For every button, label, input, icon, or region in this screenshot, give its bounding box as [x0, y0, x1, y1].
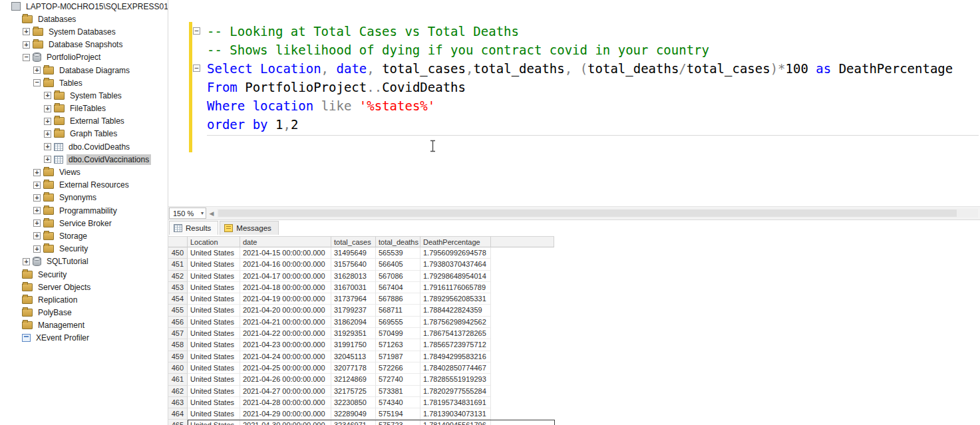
grid-cell[interactable]: 31862094	[331, 317, 376, 328]
row-number[interactable]: 456	[168, 317, 188, 328]
table-row[interactable]: 460United States2021-04-25 00:00:00.0003…	[168, 362, 980, 374]
grid-cell[interactable]: 1.79380370437464	[420, 259, 491, 270]
grid-cell[interactable]: 2021-04-22 00:00:00.000	[240, 328, 331, 339]
table-row[interactable]: 462United States2021-04-27 00:00:00.0003…	[168, 386, 980, 397]
tree-item-filetables[interactable]: +FileTables	[0, 102, 168, 115]
code-line-2[interactable]: -- Shows likelihood of dying if you cont…	[168, 41, 980, 59]
grid-cell[interactable]: 571987	[376, 351, 420, 362]
grid-cell[interactable]: 2021-04-28 00:00:00.000	[240, 397, 331, 408]
expand-icon[interactable]: +	[44, 143, 51, 150]
grid-cell[interactable]: 568711	[376, 305, 420, 316]
tree-item-graph-tables[interactable]: +Graph Tables	[0, 128, 168, 140]
tree-item-portfolioproject[interactable]: −PortfolioProject	[0, 51, 168, 64]
expand-icon[interactable]: +	[33, 194, 41, 202]
row-number[interactable]: 450	[168, 247, 188, 259]
grid-cell[interactable]: 2021-04-29 00:00:00.000	[240, 408, 331, 420]
grid-cell[interactable]: 1.78139034073131	[420, 408, 491, 420]
table-row[interactable]: 455United States2021-04-20 00:00:00.0003…	[168, 305, 980, 316]
grid-cell[interactable]: 1.7884422824359	[420, 305, 491, 316]
table-row[interactable]: 465United States2021-04-30 00:00:00.0003…	[168, 420, 980, 425]
grid-cell[interactable]: 572266	[376, 362, 420, 374]
row-number[interactable]: 465	[168, 420, 188, 425]
tree-item-databases[interactable]: Databases	[0, 13, 168, 25]
collapse-region-icon[interactable]: −	[193, 27, 200, 35]
tree-item-polybase[interactable]: PolyBase	[0, 307, 168, 319]
collapse-region-icon[interactable]: −	[193, 65, 200, 72]
grid-cell[interactable]: United States	[188, 397, 240, 408]
tree-item-database-snapshots[interactable]: +Database Snapshots	[0, 39, 168, 51]
expand-icon[interactable]: +	[44, 105, 51, 112]
table-row[interactable]: 456United States2021-04-21 00:00:00.0003…	[168, 317, 980, 328]
grid-cell[interactable]: 32124869	[331, 374, 376, 385]
row-number[interactable]: 463	[168, 397, 188, 408]
grid-cell[interactable]: 31799237	[331, 305, 376, 316]
row-number[interactable]: 464	[168, 408, 188, 420]
expand-icon[interactable]: +	[23, 41, 30, 49]
grid-cell[interactable]: 2021-04-30 00:00:00.000	[240, 420, 331, 425]
grid-cell[interactable]: 2021-04-24 00:00:00.000	[240, 351, 331, 362]
tree-item-service-broker[interactable]: +Service Broker	[0, 217, 168, 229]
code-line-3[interactable]: −Select Location, date, total_cases,tota…	[168, 59, 980, 78]
collapse-icon[interactable]: −	[23, 54, 30, 61]
grid-cell[interactable]: 32045113	[331, 351, 376, 362]
grid-cell[interactable]: 31929351	[331, 328, 376, 339]
grid-cell[interactable]: United States	[188, 328, 240, 339]
expand-icon[interactable]: +	[44, 130, 51, 138]
grid-cell[interactable]: 1.78756298942562	[420, 317, 491, 328]
grid-cell[interactable]: 569555	[376, 317, 420, 328]
tree-item-sqltutorial[interactable]: +SQLTutorial	[0, 255, 168, 268]
grid-cell[interactable]: 2021-04-15 00:00:00.000	[240, 247, 331, 259]
code-line-6[interactable]: order by 1,2	[168, 115, 980, 134]
tree-item-replication[interactable]: Replication	[0, 293, 168, 306]
tab-messages[interactable]: Messages	[220, 221, 278, 235]
tree-item-storage[interactable]: +Storage	[0, 229, 168, 242]
code-line-5[interactable]: Where location like '%states%'	[168, 96, 980, 115]
expand-icon[interactable]: +	[33, 245, 41, 253]
grid-cell[interactable]: 31737964	[331, 293, 376, 305]
tree-item-management[interactable]: Management	[0, 319, 168, 332]
grid-cell[interactable]: 1.79298648954014	[420, 271, 491, 282]
tree-item-database-diagrams[interactable]: +Database Diagrams	[0, 64, 168, 76]
expand-icon[interactable]: +	[44, 118, 51, 125]
table-row[interactable]: 463United States2021-04-28 00:00:00.0003…	[168, 397, 980, 408]
grid-cell[interactable]: 565539	[376, 247, 420, 259]
tree-item-laptop-m0chro15-sqlexpress01-sql[interactable]: LAPTOP-M0CHRO15\SQLEXPRESS01 (SQL	[0, 0, 168, 13]
row-number[interactable]: 455	[168, 305, 188, 316]
code-line-1[interactable]: −-- Looking at Total Cases vs Total Deat…	[168, 22, 980, 41]
tree-item-security[interactable]: +Security	[0, 243, 168, 255]
tree-item-system-databases[interactable]: +System Databases	[0, 25, 168, 38]
tab-results[interactable]: Results	[169, 221, 218, 235]
grid-cell[interactable]: 2021-04-21 00:00:00.000	[240, 317, 331, 328]
row-number[interactable]: 461	[168, 374, 188, 385]
row-number[interactable]: 460	[168, 362, 188, 374]
grid-cell[interactable]: 1.79560992694578	[420, 247, 491, 259]
grid-cell[interactable]: 32175725	[331, 386, 376, 397]
tree-item-dbo-covidvaccinations[interactable]: +dbo.CovidVaccinations	[0, 153, 168, 166]
expand-icon[interactable]: +	[44, 156, 51, 163]
expand-icon[interactable]: +	[33, 232, 41, 239]
tree-item-synonyms[interactable]: +Synonyms	[0, 192, 168, 204]
grid-cell[interactable]: 1.78494299583216	[420, 351, 491, 362]
zoom-selector[interactable]: 150 % ▾	[169, 208, 206, 219]
expand-icon[interactable]: +	[44, 92, 51, 99]
grid-cell[interactable]: 1.78195734831691	[420, 397, 491, 408]
tree-item-tables[interactable]: −Tables	[0, 76, 168, 89]
grid-cell[interactable]: United States	[188, 282, 240, 293]
row-number[interactable]: 454	[168, 293, 188, 305]
table-row-partial[interactable]: 465United States2021-04-30 00:00:00.0003…	[168, 420, 980, 425]
grid-cell[interactable]: 572740	[376, 374, 420, 385]
grid-cell[interactable]: 2021-04-20 00:00:00.000	[240, 305, 331, 316]
row-number[interactable]: 462	[168, 386, 188, 397]
collapse-icon[interactable]: −	[33, 79, 41, 86]
grid-cell[interactable]: 1.79161176065789	[420, 282, 491, 293]
expand-icon[interactable]: +	[33, 169, 41, 176]
grid-cell[interactable]: United States	[188, 317, 240, 328]
grid-cell[interactable]: 1.78565723975712	[420, 339, 491, 351]
grid-cell[interactable]: 32230850	[331, 397, 376, 408]
grid-cell[interactable]: 2021-04-25 00:00:00.000	[240, 362, 331, 374]
grid-cell[interactable]: United States	[188, 351, 240, 362]
expand-icon[interactable]: +	[33, 67, 41, 74]
row-number[interactable]: 458	[168, 339, 188, 351]
column-header-deathpercentage[interactable]: DeathPercentage	[420, 236, 491, 247]
tree-item-external-resources[interactable]: +External Resources	[0, 179, 168, 192]
